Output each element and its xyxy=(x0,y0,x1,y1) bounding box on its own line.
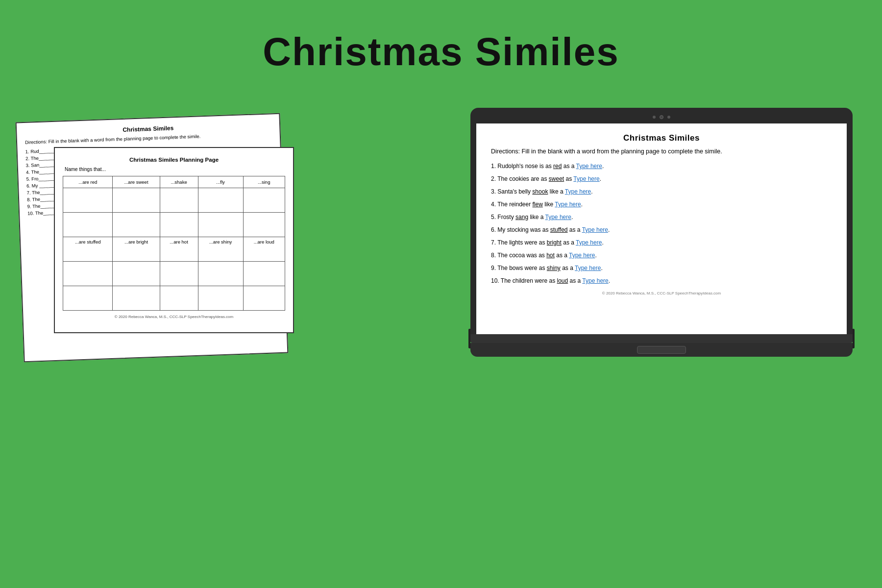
cell-r3c4 xyxy=(198,262,243,286)
cell-r2c5 xyxy=(243,213,285,237)
col-header-5: ...sing xyxy=(243,176,285,188)
laptop-base xyxy=(470,334,853,343)
cell-r4c2 xyxy=(113,286,160,311)
item-4-num: 4. xyxy=(491,201,496,208)
item-7-num: 7. xyxy=(491,239,496,246)
laptop-trackpad xyxy=(637,346,686,354)
planning-subtitle: Name things that... xyxy=(65,167,285,172)
cell-r4c3 xyxy=(160,286,198,311)
cell-r3c5 xyxy=(243,262,285,286)
cell-r3c1 xyxy=(63,262,113,286)
col-header-10: ...are loud xyxy=(243,237,285,262)
cell-r1c2 xyxy=(113,188,160,213)
planning-footer: © 2020 Rebecca Wanca, M.S., CCC-SLP Spee… xyxy=(63,315,285,319)
item-1-num: 1. xyxy=(491,163,496,170)
item-3-num: 3. xyxy=(491,188,496,195)
screen-item-6: 6. My stocking was as stuffed as a Type … xyxy=(491,225,832,234)
item-10-num: 10. xyxy=(491,277,499,284)
col-header-7: ...are bright xyxy=(113,237,160,262)
screen-item-8: 8. The cocoa was as hot as a Type here. xyxy=(491,251,832,260)
screen-item-1: 1. Rudolph's nose is as red as a Type he… xyxy=(491,162,832,171)
laptop-dot-left xyxy=(653,116,656,119)
cell-r2c3 xyxy=(160,213,198,237)
type-here-7[interactable]: Type here xyxy=(576,239,602,246)
type-here-8[interactable]: Type here xyxy=(569,252,595,259)
item-2-num: 2. xyxy=(491,175,496,182)
keyword-9: shiny xyxy=(547,265,561,271)
keyword-4: flew xyxy=(533,201,543,208)
screen-doc-title: Christmas Similes xyxy=(491,133,832,143)
cell-r3c2 xyxy=(113,262,160,286)
laptop-screen-outer: Christmas Similes Directions: Fill in th… xyxy=(470,108,853,334)
keyword-1: red xyxy=(553,163,562,170)
screen-item-5: 5. Frosty sang like a Type here. xyxy=(491,213,832,221)
screen-item-9: 9. The bows were as shiny as a Type here… xyxy=(491,264,832,272)
col-header-1: ...are red xyxy=(63,176,113,188)
keyword-10: loud xyxy=(557,277,568,284)
col-header-8: ...are hot xyxy=(160,237,198,262)
laptop-camera-bar xyxy=(476,113,847,122)
cell-r1c5 xyxy=(243,188,285,213)
planning-page: Christmas Similes Planning Page Name thi… xyxy=(54,147,294,333)
cell-r1c4 xyxy=(198,188,243,213)
cell-r4c5 xyxy=(243,286,285,311)
col-header-9: ...are shiny xyxy=(198,237,243,262)
col-header-3: ...shake xyxy=(160,176,198,188)
cell-r1c3 xyxy=(160,188,198,213)
col-header-2: ...are sweet xyxy=(113,176,160,188)
type-here-9[interactable]: Type here xyxy=(575,265,601,271)
cell-r1c1 xyxy=(63,188,113,213)
laptop-screen: Christmas Similes Directions: Fill in th… xyxy=(476,123,847,334)
screen-item-4: 4. The reindeer flew like Type here. xyxy=(491,200,832,209)
screen-item-7: 7. The lights were as bright as a Type h… xyxy=(491,238,832,247)
cell-r2c1 xyxy=(63,213,113,237)
cell-r3c3 xyxy=(160,262,198,286)
cell-r4c1 xyxy=(63,286,113,311)
item-8-num: 8. xyxy=(491,252,496,259)
laptop-camera xyxy=(660,115,663,119)
keyword-6: stuffed xyxy=(550,226,568,233)
planning-table: ...are red ...are sweet ...shake ...fly … xyxy=(63,176,285,311)
col-header-6: ...are stuffed xyxy=(63,237,113,262)
screen-item-2: 2. The cookies are as sweet as Type here… xyxy=(491,174,832,183)
type-here-10[interactable]: Type here xyxy=(582,277,608,284)
keyword-5: sang xyxy=(515,214,528,220)
col-header-4: ...fly xyxy=(198,176,243,188)
type-here-3[interactable]: Type here xyxy=(565,188,591,195)
item-6-num: 6. xyxy=(491,226,496,233)
cell-r2c2 xyxy=(113,213,160,237)
type-here-4[interactable]: Type here xyxy=(555,201,581,208)
type-here-6[interactable]: Type here xyxy=(582,226,608,233)
docs-container: Christmas Similes Directions: Fill in th… xyxy=(0,108,882,549)
screen-footer: © 2020 Rebecca Wanca, M.S., CCC-SLP Spee… xyxy=(491,291,832,295)
keyword-3: shook xyxy=(532,188,548,195)
keyword-7: bright xyxy=(547,239,562,246)
laptop: Christmas Similes Directions: Fill in th… xyxy=(470,108,853,357)
type-here-1[interactable]: Type here xyxy=(576,163,602,170)
item-5-num: 5. xyxy=(491,214,496,220)
screen-item-3: 3. Santa's belly shook like a Type here. xyxy=(491,187,832,196)
cell-r2c4 xyxy=(198,213,243,237)
keyword-2: sweet xyxy=(549,175,564,182)
item-9-num: 9. xyxy=(491,265,496,271)
type-here-5[interactable]: Type here xyxy=(545,214,571,220)
page-title: Christmas Similes xyxy=(0,0,882,74)
screen-item-10: 10. The children were as loud as a Type … xyxy=(491,276,832,285)
keyword-8: hot xyxy=(546,252,555,259)
type-here-2[interactable]: Type here xyxy=(573,175,599,182)
laptop-notch-left xyxy=(468,329,470,348)
laptop-notch-right xyxy=(853,329,855,348)
laptop-bottom xyxy=(470,343,853,357)
laptop-dot-right xyxy=(667,116,670,119)
screen-directions: Directions: Fill in the blank with a wor… xyxy=(491,148,832,155)
planning-title: Christmas Similes Planning Page xyxy=(63,157,285,163)
cell-r4c4 xyxy=(198,286,243,311)
